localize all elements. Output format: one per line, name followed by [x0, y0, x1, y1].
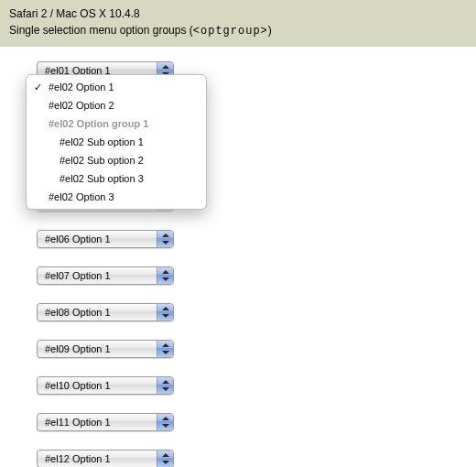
select-el09[interactable]: #el09 Option 1 [37, 340, 174, 358]
select-wrap-el10: #el10 Option 1 [37, 376, 476, 395]
menu-item-group-label: #el02 Option group 1 [27, 114, 206, 133]
updown-arrows-icon [157, 231, 173, 247]
select-wrap-el08: #el08 Option 1 [37, 303, 476, 321]
menu-item-option3[interactable]: #el02 Option 3 [27, 188, 206, 206]
menu-item-label: #el02 Sub option 1 [60, 136, 144, 147]
select-wrap-el12: #el12 Option 1 [37, 450, 476, 467]
select-wrap-el11: #el11 Option 1 [37, 413, 476, 431]
select-label: #el06 Option 1 [45, 234, 111, 244]
content-area: #el01 Option 1 ✓ #el02 Option 1 #el02 Op… [0, 47, 476, 467]
select-el10[interactable]: #el10 Option 1 [37, 376, 174, 395]
menu-item-label: #el02 Option 2 [49, 100, 114, 111]
optgroup-code: <optgroup> [193, 25, 268, 38]
header-title: Safari 2 / Mac OS X 10.4.8 [9, 5, 467, 22]
updown-arrows-icon [157, 341, 173, 357]
select-label: #el09 Option 1 [45, 343, 111, 354]
select-label: #el08 Option 1 [45, 307, 111, 318]
select-label: #el07 Option 1 [45, 270, 111, 281]
menu-item-label: #el02 Option 1 [49, 81, 114, 92]
select-el06[interactable]: #el06 Option 1 [37, 230, 174, 248]
menu-item-label: #el02 Option group 1 [49, 118, 148, 129]
menu-item-option2[interactable]: #el02 Option 2 [27, 96, 206, 114]
updown-arrows-icon [157, 267, 173, 284]
menu-item-sub3[interactable]: #el02 Sub option 3 [27, 169, 206, 188]
select-wrap-el07: #el07 Option 1 [37, 266, 476, 285]
updown-arrows-icon [157, 304, 173, 320]
menu-item-sub2[interactable]: #el02 Sub option 2 [27, 151, 206, 169]
menu-item-sub1[interactable]: #el02 Sub option 1 [27, 133, 206, 151]
select-label: #el11 Option 1 [45, 417, 111, 428]
header-subtitle: Single selection menu option groups (<op… [9, 22, 467, 39]
select-el12[interactable]: #el12 Option 1 [37, 450, 174, 467]
menu-item-label: #el02 Sub option 2 [60, 155, 144, 166]
subtitle-prefix: Single selection menu option groups ( [9, 24, 193, 37]
select-el11[interactable]: #el11 Option 1 [37, 413, 174, 431]
select-wrap-el06: #el06 Option 1 [37, 230, 476, 248]
subtitle-suffix: ) [268, 24, 272, 37]
select-label: #el10 Option 1 [45, 380, 111, 391]
menu-item-option1[interactable]: ✓ #el02 Option 1 [27, 78, 206, 96]
page-header: Safari 2 / Mac OS X 10.4.8 Single select… [0, 0, 476, 47]
check-icon: ✓ [34, 80, 42, 94]
updown-arrows-icon [157, 414, 173, 430]
select-el07[interactable]: #el07 Option 1 [37, 266, 174, 285]
menu-item-label: #el02 Option 3 [49, 191, 114, 202]
select-el08[interactable]: #el08 Option 1 [37, 303, 174, 321]
menu-item-label: #el02 Sub option 3 [60, 173, 144, 184]
select-wrap-el09: #el09 Option 1 [37, 340, 476, 358]
updown-arrows-icon [157, 451, 173, 467]
dropdown-menu-el02: ✓ #el02 Option 1 #el02 Option 2 #el02 Op… [26, 74, 207, 210]
select-label: #el12 Option 1 [45, 453, 111, 464]
updown-arrows-icon [157, 377, 173, 394]
